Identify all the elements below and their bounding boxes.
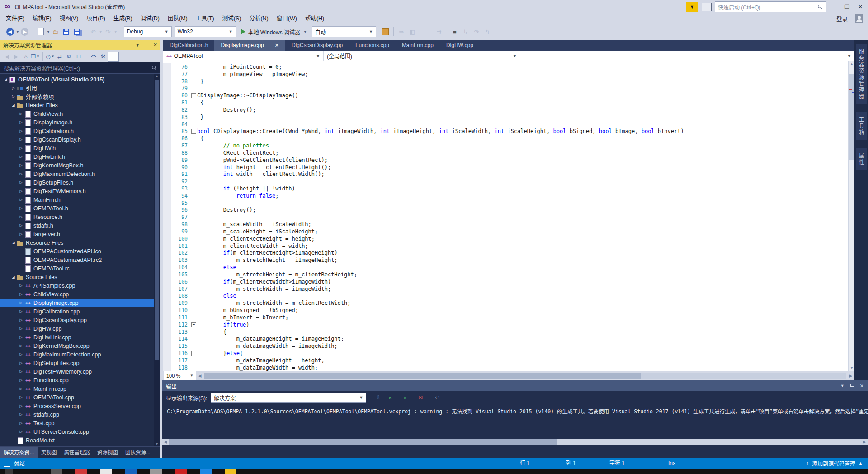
tree-item-dlgcalibration-cpp[interactable]: ▷++DlgCalibration.cpp bbox=[0, 307, 154, 316]
breakpoint-margin[interactable] bbox=[163, 156, 171, 164]
tree-item-utserverconsole-cpp[interactable]: ▷++UTServerConsole.cpp bbox=[0, 427, 154, 436]
editor-tab[interactable]: MainFrm.cpp bbox=[396, 40, 440, 51]
tree-item-mainfrm-cpp[interactable]: ▷++MainFrm.cpp bbox=[0, 384, 154, 393]
taskbar-app-icon[interactable] bbox=[175, 469, 187, 474]
tree-item-stdafx-h[interactable]: ▷hstdafx.h bbox=[0, 221, 154, 230]
tree-item-stdafx-cpp[interactable]: ▷++stdafx.cpp bbox=[0, 410, 154, 419]
side-tab-工具箱[interactable]: 工具箱 bbox=[856, 112, 867, 140]
breakpoint-margin[interactable] bbox=[163, 63, 171, 71]
taskbar-app-icon[interactable] bbox=[100, 469, 112, 474]
breakpoint-margin[interactable] bbox=[163, 213, 171, 221]
expand-arrow-icon[interactable]: ▷ bbox=[18, 198, 24, 202]
save-all-button[interactable] bbox=[72, 26, 83, 37]
tree-item-dlghwlink-cpp[interactable]: ▷++DlgHwLink.cpp bbox=[0, 333, 154, 341]
expand-arrow-icon[interactable]: ▷ bbox=[18, 318, 24, 322]
expand-arrow-icon[interactable]: ▷ bbox=[18, 163, 24, 167]
menu-item[interactable]: 文件(F) bbox=[2, 13, 28, 24]
breakpoint-margin[interactable] bbox=[163, 235, 171, 242]
stop-debugging-icon[interactable]: ■ bbox=[449, 26, 460, 37]
redo-dropdown-icon[interactable]: ▼ bbox=[114, 30, 118, 34]
start-button[interactable] bbox=[5, 469, 13, 474]
code-line-102[interactable]: 102if(m_clientRectHeight>iImageHeight) bbox=[163, 250, 848, 257]
expand-arrow-icon[interactable]: ▷ bbox=[18, 335, 24, 339]
undo-dropdown-icon[interactable]: ▼ bbox=[99, 30, 103, 34]
pin-tab-icon[interactable] bbox=[267, 43, 272, 48]
pin-icon[interactable] bbox=[850, 383, 854, 389]
expand-arrow-icon[interactable]: ▷ bbox=[18, 292, 24, 296]
breakpoint-margin[interactable] bbox=[163, 164, 171, 171]
code-line-103[interactable]: 103m_stretchHeight = iImageHeight; bbox=[163, 256, 848, 264]
editor-vscroll-thumb[interactable] bbox=[849, 74, 854, 160]
tree-item-test-cpp[interactable]: ▷++Test.cpp bbox=[0, 419, 154, 427]
expand-arrow-icon[interactable]: ▷ bbox=[18, 232, 24, 236]
taskbar-app-icon[interactable] bbox=[225, 469, 236, 474]
tree-item-dlghw-h[interactable]: ▷hDlgHW.h bbox=[0, 144, 154, 152]
menu-item[interactable]: 测试(S) bbox=[218, 13, 245, 24]
tree-item-dlgkernelmsgbox-h[interactable]: ▷hDlgKernelMsgBox.h bbox=[0, 161, 154, 170]
breakpoint-margin[interactable] bbox=[163, 185, 171, 192]
tree-item-oempacustomizedapi-rc2[interactable]: OEMPACustomizedAPI.rc2 bbox=[0, 256, 154, 264]
expand-arrow-icon[interactable]: ▷ bbox=[18, 352, 24, 356]
breakpoint-window-icon[interactable]: ◧ bbox=[407, 26, 418, 37]
tree-item-functions-cpp[interactable]: ▷++Functions.cpp bbox=[0, 376, 154, 384]
code-line-111[interactable]: 111m_bInvert = bInvert; bbox=[163, 314, 848, 321]
expand-arrow-icon[interactable]: ▷ bbox=[18, 301, 24, 305]
next-message-icon[interactable]: ⇥ bbox=[399, 393, 408, 402]
code-line-87[interactable]: 87// no palettes bbox=[163, 142, 848, 149]
breakpoint-margin[interactable] bbox=[163, 121, 171, 128]
parameter-info-icon[interactable]: ⇉ bbox=[434, 26, 444, 37]
code-line-79[interactable]: 79 bbox=[163, 85, 848, 92]
forward-icon[interactable]: ▶ bbox=[12, 52, 21, 61]
tool-window-tab[interactable]: 团队资源... bbox=[122, 447, 154, 458]
expand-arrow-icon[interactable]: ▷ bbox=[18, 180, 24, 185]
expand-arrow-icon[interactable]: ▷ bbox=[18, 223, 24, 228]
code-line-107[interactable]: 107m_stretchWidth = iImageWidth; bbox=[163, 285, 848, 293]
side-tab-服务器资源管理器[interactable]: 服务器资源管理器 bbox=[856, 44, 867, 104]
close-panel-icon[interactable]: ✕ bbox=[153, 42, 157, 48]
collapse-region-icon[interactable]: − bbox=[191, 322, 196, 327]
step-over-icon[interactable]: ↷ bbox=[471, 26, 482, 37]
refresh-icon[interactable]: ⧉ bbox=[65, 52, 74, 61]
tool-window-tab[interactable]: 解决方案资... bbox=[0, 447, 38, 458]
menu-item[interactable]: 生成(B) bbox=[109, 13, 137, 24]
solution-explorer-title-bar[interactable]: 解决方案资源管理器 ▼ ✕ bbox=[0, 40, 160, 50]
clear-all-icon[interactable]: ⊠ bbox=[416, 393, 425, 402]
tree-item-resource-h[interactable]: ▷hResource.h bbox=[0, 213, 154, 221]
code-line-113[interactable]: 113{ bbox=[163, 328, 848, 336]
output-scrollbar-thumb[interactable] bbox=[169, 439, 557, 445]
tool-window-tab[interactable]: 类视图 bbox=[38, 447, 61, 458]
breakpoint-margin[interactable] bbox=[163, 256, 171, 264]
user-avatar[interactable] bbox=[855, 14, 863, 23]
code-line-105[interactable]: 105m_stretchHeight = m_clientRectHeight; bbox=[163, 271, 848, 278]
tree-item--[interactable]: ▷外部依赖项 bbox=[0, 92, 154, 101]
code-line-96[interactable]: 96Destroy(); bbox=[163, 207, 848, 214]
collapse-region-icon[interactable]: − bbox=[191, 93, 196, 98]
collapse-region-icon[interactable]: − bbox=[191, 351, 196, 356]
expand-arrow-icon[interactable]: ▷ bbox=[18, 387, 24, 391]
code-line-92[interactable]: 92 bbox=[163, 178, 848, 185]
editor-tab[interactable]: DlgCscanDisplay.cpp bbox=[285, 40, 349, 51]
code-line-86[interactable]: 86{ bbox=[163, 135, 848, 142]
breakpoint-margin[interactable] bbox=[163, 299, 171, 307]
breakpoint-margin[interactable] bbox=[163, 135, 171, 142]
tree-item-displayimage-cpp[interactable]: ▷++DisplayImage.cpp bbox=[0, 299, 154, 307]
breakpoint-margin[interactable] bbox=[163, 149, 171, 156]
tree-item-dlgsetupfiles-h[interactable]: ▷hDlgSetupFiles.h bbox=[0, 178, 154, 187]
breakpoint-margin[interactable] bbox=[163, 357, 171, 364]
attach-to-process-icon[interactable] bbox=[380, 26, 391, 37]
solution-configuration-combo[interactable]: Debug▼ bbox=[124, 26, 172, 37]
expand-arrow-icon[interactable]: ▷ bbox=[18, 361, 24, 365]
tree-item-dlgtestfwmemory-h[interactable]: ▷hDlgTestFWMemory.h bbox=[0, 187, 154, 195]
expand-arrow-icon[interactable]: ▷ bbox=[18, 421, 24, 425]
window-position-dropdown-icon[interactable]: ▼ bbox=[840, 384, 844, 388]
tree-item-resource-files[interactable]: ◢Resource Files bbox=[0, 238, 154, 247]
code-line-98[interactable]: 98m_scaleWidth = iScaleWidth; bbox=[163, 221, 848, 228]
tree-item-dlgcalibration-h[interactable]: ▷hDlgCalibration.h bbox=[0, 127, 154, 135]
output-scrollbar[interactable]: ◀ ▶ bbox=[162, 439, 868, 445]
menu-item[interactable]: 分析(N) bbox=[245, 13, 272, 24]
menu-item[interactable]: 窗口(W) bbox=[273, 13, 301, 24]
feedback-filter-icon[interactable]: ▼ bbox=[686, 2, 698, 12]
breakpoint-margin[interactable] bbox=[163, 250, 171, 257]
save-button[interactable] bbox=[61, 26, 72, 37]
tree-item-dlgmaximumdetection-cpp[interactable]: ▷++DlgMaximumDetection.cpp bbox=[0, 350, 154, 359]
